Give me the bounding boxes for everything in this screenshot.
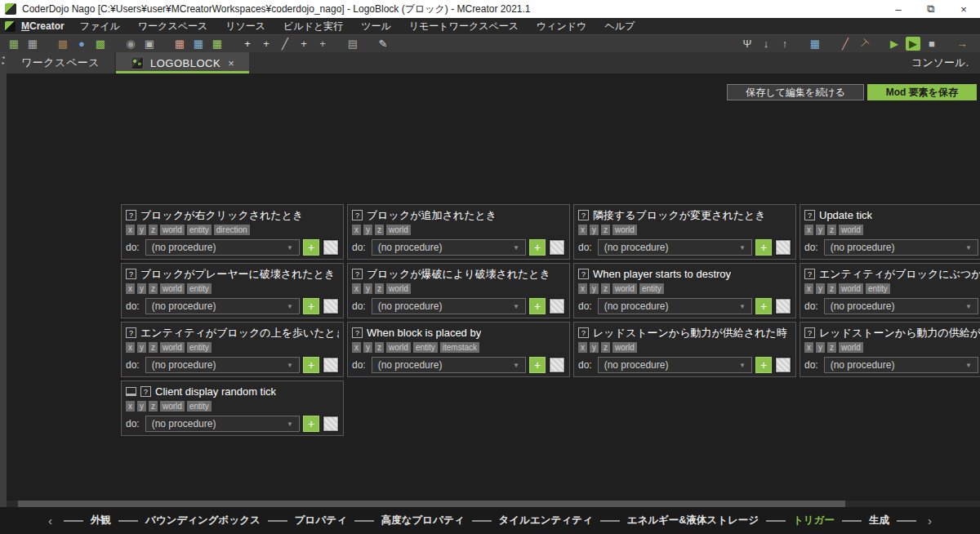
add-procedure-button[interactable]: + <box>529 357 546 373</box>
import-workspace-icon[interactable]: ◉ <box>123 37 138 51</box>
help-icon[interactable]: ? <box>352 210 363 220</box>
tab-close-icon[interactable]: × <box>228 57 234 69</box>
help-icon[interactable]: ? <box>578 269 589 279</box>
add-procedure-button[interactable]: + <box>303 357 319 373</box>
help-icon[interactable]: ? <box>126 210 136 220</box>
menu-item-6[interactable]: ウィンドウ <box>528 18 595 34</box>
export-icon[interactable]: → <box>955 37 969 51</box>
minimize-button[interactable]: – <box>882 0 915 18</box>
procedure-select[interactable]: (no procedure) ▼ <box>598 357 752 373</box>
nav-item-generation[interactable]: 生成 <box>869 514 889 527</box>
nav-item-triggers[interactable]: トリガー <box>793 514 835 527</box>
add-procedure-button[interactable]: + <box>755 357 772 373</box>
procedure-template-button[interactable] <box>775 298 791 314</box>
help-icon[interactable]: ? <box>140 386 151 397</box>
procedure-template-button[interactable] <box>549 298 565 314</box>
procedure-select[interactable]: (no procedure) ▼ <box>372 298 526 314</box>
help-icon[interactable]: ? <box>804 210 815 220</box>
menu-item-0[interactable]: ファイル <box>71 18 129 34</box>
procedure-template-button[interactable] <box>323 416 339 432</box>
help-icon[interactable]: ? <box>352 269 363 279</box>
stop-icon[interactable]: ■ <box>924 37 939 51</box>
procedure-template-button[interactable] <box>775 357 791 373</box>
tab-logoblock[interactable]: LOGOBLOCK× <box>116 52 249 73</box>
new-grass-block-icon[interactable]: ▩ <box>93 37 108 51</box>
help-icon[interactable]: ? <box>126 327 136 338</box>
add-procedure-button[interactable]: + <box>303 416 319 432</box>
help-icon[interactable]: ? <box>352 327 363 338</box>
help-icon[interactable]: ? <box>578 327 589 338</box>
procedure-select[interactable]: (no procedure) ▼ <box>145 239 300 256</box>
texture-green-icon[interactable]: ▦ <box>210 37 225 51</box>
restore-button[interactable]: ⧉ <box>915 0 947 18</box>
new-armor-icon[interactable]: + <box>315 37 330 51</box>
save-and-continue-button[interactable]: 保存して編集を続ける <box>727 84 863 100</box>
machine-icon[interactable]: ▤ <box>345 37 360 51</box>
new-mob-icon[interactable]: + <box>296 37 311 51</box>
horizontal-scrollbar-thumb[interactable] <box>18 501 845 507</box>
menu-item-4[interactable]: ツール <box>352 18 400 34</box>
close-button[interactable]: × <box>947 0 980 18</box>
new-tool-icon[interactable]: ╱ <box>278 37 292 51</box>
procedure-select[interactable]: (no procedure) ▼ <box>145 298 300 314</box>
help-icon[interactable]: ? <box>804 327 815 338</box>
procedure-select[interactable]: (no procedure) ▼ <box>598 239 752 256</box>
procedure-select[interactable]: (no procedure) ▼ <box>598 298 752 314</box>
procedure-template-button[interactable] <box>775 239 791 256</box>
run-client-icon[interactable]: ▶ <box>906 37 920 51</box>
procedure-select[interactable]: (no procedure) ▼ <box>372 239 526 256</box>
procedure-template-button[interactable] <box>323 239 339 256</box>
procedure-template-button[interactable] <box>323 357 339 373</box>
nav-item-properties[interactable]: プロパティ <box>295 514 347 527</box>
nav-item-energy-fluid-storage[interactable]: エネルギー&液体ストレージ <box>627 514 759 527</box>
new-element-icon[interactable]: + <box>240 37 255 51</box>
code-quill-icon[interactable]: ✎ <box>376 37 390 51</box>
menu-item-1[interactable]: ワークスペース <box>129 18 216 34</box>
brush-icon[interactable]: ╱ <box>838 37 853 51</box>
console-toggle[interactable]: コンソール. <box>911 56 980 70</box>
add-procedure-button[interactable]: + <box>529 298 546 314</box>
add-procedure-button[interactable]: + <box>755 298 772 314</box>
menu-item-3[interactable]: ビルドと実行 <box>274 18 352 34</box>
procedure-select[interactable]: (no procedure) ▼ <box>824 239 978 256</box>
open-workspace-icon[interactable]: ▦ <box>7 37 21 51</box>
tab-workspace[interactable]: ワークスペース <box>7 52 114 73</box>
run-icon[interactable]: ▶ <box>887 37 902 51</box>
procedure-template-button[interactable] <box>549 357 565 373</box>
help-icon[interactable]: ? <box>578 210 589 220</box>
texture-blue-icon[interactable]: ▦ <box>191 37 206 51</box>
nav-prev-icon[interactable]: ‹ <box>48 514 52 527</box>
nav-item-advanced-properties[interactable]: 高度なプロパティ <box>381 514 465 527</box>
procedure-select[interactable]: (no procedure) ▼ <box>145 416 300 432</box>
vcs-push-icon[interactable]: ↑ <box>777 37 792 51</box>
menu-item-7[interactable]: ヘルプ <box>595 18 644 34</box>
resource-editor-icon[interactable]: ▦ <box>808 37 822 51</box>
save-workspace-icon[interactable]: ▣ <box>142 37 157 51</box>
menu-item-mcreator[interactable]: MCreator <box>21 18 65 34</box>
vcs-pull-icon[interactable]: ↓ <box>759 37 773 51</box>
add-procedure-button[interactable]: + <box>529 239 546 256</box>
workspace-settings-icon[interactable]: ▦ <box>25 37 40 51</box>
new-block-icon[interactable]: ▩ <box>56 37 70 51</box>
add-procedure-button[interactable]: + <box>755 239 772 256</box>
nav-item-tile-entity[interactable]: タイルエンティティ <box>499 514 593 527</box>
procedure-select[interactable]: (no procedure) ▼ <box>145 357 300 373</box>
save-mod-element-button[interactable]: Mod 要素を保存 <box>867 84 977 100</box>
procedure-template-button[interactable] <box>323 298 339 314</box>
hammer-icon[interactable]: ⊤ <box>854 33 875 54</box>
new-painting-icon[interactable]: + <box>259 37 274 51</box>
nav-item-bounding-box[interactable]: バウンディングボックス <box>145 514 261 527</box>
menu-item-2[interactable]: リソース <box>216 18 274 34</box>
add-procedure-button[interactable]: + <box>303 239 319 256</box>
add-procedure-button[interactable]: + <box>303 298 319 314</box>
procedure-select[interactable]: (no procedure) ▼ <box>824 298 978 314</box>
help-icon[interactable]: ? <box>126 269 136 279</box>
procedure-select[interactable]: (no procedure) ▼ <box>824 357 978 373</box>
menu-item-5[interactable]: リモートワークスペース <box>400 18 528 34</box>
nav-next-icon[interactable]: › <box>928 514 932 527</box>
help-icon[interactable]: ? <box>804 269 815 279</box>
texture-ore-icon[interactable]: ▦ <box>172 37 187 51</box>
workspace-panel-splitter[interactable]: ◂ ▸ <box>0 52 7 507</box>
procedure-template-button[interactable] <box>549 239 565 256</box>
nav-item-appearance[interactable]: 外観 <box>91 514 111 527</box>
